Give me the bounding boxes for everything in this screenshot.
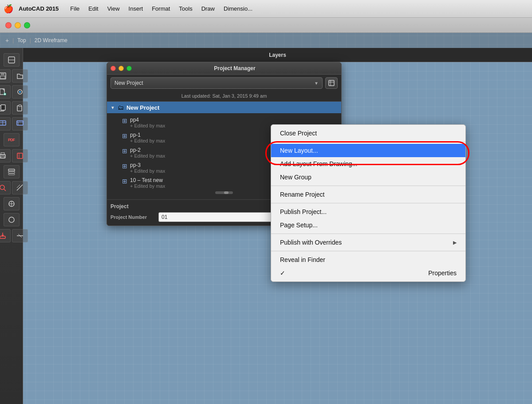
apple-logo-icon[interactable]: 🍎 xyxy=(4,4,13,14)
tree-item-10test-name: 10 – Test new xyxy=(130,177,165,183)
measure-button[interactable] xyxy=(12,181,28,194)
ctx-properties[interactable]: ✓ Properties xyxy=(271,266,465,280)
dropdown-arrow-icon: ▼ xyxy=(314,81,319,86)
layout2-button[interactable] xyxy=(12,117,28,131)
ctx-page-setup[interactable]: Page Setup... xyxy=(271,218,465,232)
tree-item-pp1-content: pp-1 + Edited by max xyxy=(130,132,165,143)
svg-rect-25 xyxy=(17,153,23,158)
project-number-label: Project Number xyxy=(110,214,155,220)
view-name-label: Top xyxy=(17,37,26,44)
layers-button[interactable] xyxy=(4,165,20,178)
crosshair-button[interactable] xyxy=(4,197,20,210)
maximize-button[interactable] xyxy=(24,22,30,28)
layout-icon: ⊞ xyxy=(122,117,127,124)
close-button[interactable] xyxy=(5,22,12,28)
view-toolbar: + | Top | 2D Wireframe xyxy=(0,33,532,48)
scroll-track xyxy=(215,191,233,194)
svg-line-33 xyxy=(17,185,20,188)
ctx-publish-overrides-label: Publish with Overrides xyxy=(280,239,342,246)
select-tool-button[interactable] xyxy=(4,53,20,67)
menu-view[interactable]: View xyxy=(103,4,124,14)
preview-button[interactable] xyxy=(12,149,28,162)
scroll-thumb[interactable] xyxy=(224,191,229,194)
menu-dimension[interactable]: Dimensio... xyxy=(219,4,257,14)
ctx-sep-4 xyxy=(271,234,465,234)
insert-button[interactable] xyxy=(0,229,11,242)
save-button[interactable] xyxy=(0,69,11,83)
separator2-icon: | xyxy=(30,37,31,44)
tree-item-pp1-sub: + Edited by max xyxy=(130,138,165,143)
svg-line-32 xyxy=(17,185,23,190)
menu-file[interactable]: File xyxy=(66,4,84,14)
tree-item-pp4-name: pp4 xyxy=(130,117,165,123)
traffic-lights xyxy=(5,22,30,28)
layout-icon: ⊞ xyxy=(122,178,127,185)
project-selector-label: New Project xyxy=(114,80,143,86)
menu-edit[interactable]: Edit xyxy=(84,4,102,14)
root-project-name: New Project xyxy=(126,104,159,111)
ctx-publish-overrides[interactable]: Publish with Overrides ▶ xyxy=(271,236,465,249)
circle-button[interactable] xyxy=(4,213,20,226)
root-expand-arrow: ▼ xyxy=(110,105,115,110)
context-menu: Close Project New Layout... Add Layout F… xyxy=(271,124,466,282)
pm-minimize-button[interactable] xyxy=(118,66,124,71)
ctx-add-layout[interactable]: Add Layout From Drawing... xyxy=(271,157,465,170)
layers-title: Layers xyxy=(269,52,286,58)
tree-item-pp4-sub: + Edited by max xyxy=(130,123,165,128)
svg-rect-43 xyxy=(329,80,334,86)
ctx-reveal-finder[interactable]: Reveal in Finder xyxy=(271,253,465,266)
ctx-new-layout[interactable]: New Layout... xyxy=(271,144,465,157)
tree-item-pp1-name: pp-1 xyxy=(130,132,165,138)
add-view-button[interactable]: + xyxy=(5,37,9,44)
paste-button[interactable] xyxy=(12,101,28,115)
tree-item-10test-content: 10 – Test new + Edited by max xyxy=(130,177,165,189)
zoom-tools xyxy=(0,181,28,194)
menu-tools[interactable]: Tools xyxy=(174,4,197,14)
view-mode-label: 2D Wireframe xyxy=(35,37,67,44)
extra-tools xyxy=(0,229,28,242)
ctx-rename-project-label: Rename Project xyxy=(280,191,324,198)
layout-icon: ⊞ xyxy=(122,147,127,154)
svg-line-31 xyxy=(4,189,6,191)
pm-root-item[interactable]: ▼ 🗂 New Project xyxy=(107,102,341,113)
layout-icon: ⊞ xyxy=(122,132,127,139)
app-name: AutoCAD 2015 xyxy=(19,5,59,12)
pm-action-button[interactable] xyxy=(325,77,338,89)
tree-item-pp4-content: pp4 + Edited by max xyxy=(130,117,165,128)
ctx-sep-2 xyxy=(271,186,465,186)
ctx-new-layout-label: New Layout... xyxy=(280,147,318,154)
copy-button[interactable] xyxy=(0,101,11,115)
pm-status: Last updated: Sat, Jan 3, 2015 9:49 am xyxy=(107,91,341,102)
file-tools xyxy=(0,69,28,83)
tree-item-pp2-sub: + Edited by max xyxy=(130,153,165,158)
layout-button[interactable] xyxy=(0,117,11,131)
left-toolbar: PDF xyxy=(0,48,23,404)
print-button[interactable] xyxy=(0,149,11,162)
project-selector-dropdown[interactable]: New Project ▼ xyxy=(110,77,323,89)
pm-titlebar: Project Manager xyxy=(107,63,341,75)
ctx-publish-project[interactable]: Publish Project... xyxy=(271,205,465,218)
menu-format[interactable]: Format xyxy=(147,4,174,14)
layers-panel: Layers xyxy=(23,48,532,62)
ctx-new-group[interactable]: New Group xyxy=(271,170,465,184)
layout-tools xyxy=(0,117,28,131)
pm-toolbar: New Project ▼ xyxy=(107,75,341,91)
ctx-sep-5 xyxy=(271,251,465,251)
minimize-button[interactable] xyxy=(15,22,21,28)
ctx-rename-project[interactable]: Rename Project xyxy=(271,188,465,201)
properties-button[interactable] xyxy=(12,85,28,99)
menu-insert[interactable]: Insert xyxy=(124,4,148,14)
zoom-in-button[interactable] xyxy=(0,181,11,194)
ctx-close-project[interactable]: Close Project xyxy=(271,127,465,140)
svg-point-37 xyxy=(9,217,14,222)
menu-draw[interactable]: Draw xyxy=(197,4,219,14)
new-file-button[interactable] xyxy=(0,85,11,99)
open-button[interactable] xyxy=(12,69,28,83)
pm-maximize-button[interactable] xyxy=(126,66,132,71)
pdf-button[interactable]: PDF xyxy=(4,133,20,147)
ctx-sep-1 xyxy=(271,142,465,142)
pm-close-button[interactable] xyxy=(110,66,116,71)
transform-button[interactable] xyxy=(12,229,28,242)
root-project-icon: 🗂 xyxy=(118,104,124,111)
checkmark-icon: ✓ xyxy=(280,269,285,277)
